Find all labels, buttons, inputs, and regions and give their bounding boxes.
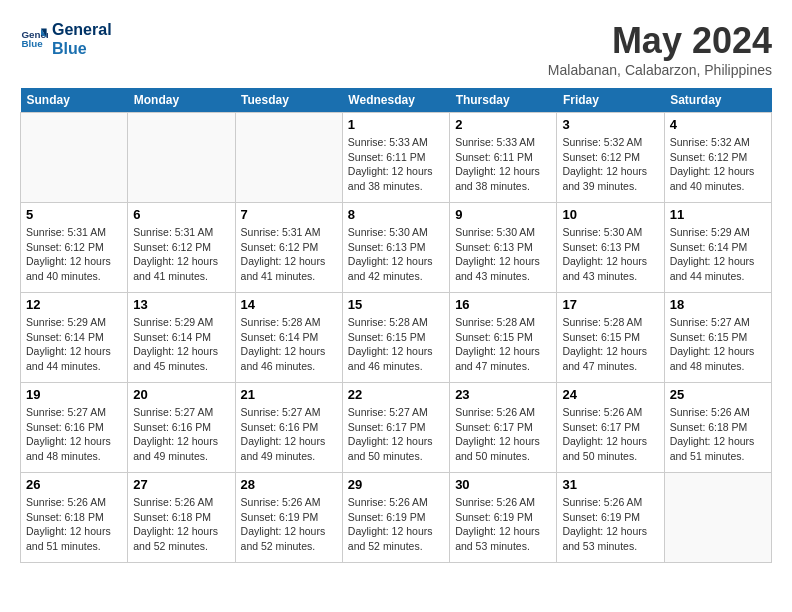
date-number: 24 xyxy=(562,387,658,402)
calendar-cell: 5Sunrise: 5:31 AM Sunset: 6:12 PM Daylig… xyxy=(21,203,128,293)
calendar-cell: 7Sunrise: 5:31 AM Sunset: 6:12 PM Daylig… xyxy=(235,203,342,293)
cell-info: Sunrise: 5:26 AM Sunset: 6:18 PM Dayligh… xyxy=(133,495,229,554)
date-number: 31 xyxy=(562,477,658,492)
date-number: 12 xyxy=(26,297,122,312)
cell-info: Sunrise: 5:26 AM Sunset: 6:17 PM Dayligh… xyxy=(562,405,658,464)
cell-info: Sunrise: 5:26 AM Sunset: 6:18 PM Dayligh… xyxy=(26,495,122,554)
date-number: 28 xyxy=(241,477,337,492)
date-number: 29 xyxy=(348,477,444,492)
date-number: 19 xyxy=(26,387,122,402)
calendar-cell: 27Sunrise: 5:26 AM Sunset: 6:18 PM Dayli… xyxy=(128,473,235,563)
date-number: 26 xyxy=(26,477,122,492)
calendar-cell: 11Sunrise: 5:29 AM Sunset: 6:14 PM Dayli… xyxy=(664,203,771,293)
calendar-cell: 13Sunrise: 5:29 AM Sunset: 6:14 PM Dayli… xyxy=(128,293,235,383)
date-number: 20 xyxy=(133,387,229,402)
cell-info: Sunrise: 5:30 AM Sunset: 6:13 PM Dayligh… xyxy=(348,225,444,284)
calendar-cell: 16Sunrise: 5:28 AM Sunset: 6:15 PM Dayli… xyxy=(450,293,557,383)
date-number: 3 xyxy=(562,117,658,132)
day-header-friday: Friday xyxy=(557,88,664,113)
calendar-cell: 20Sunrise: 5:27 AM Sunset: 6:16 PM Dayli… xyxy=(128,383,235,473)
date-number: 25 xyxy=(670,387,766,402)
cell-info: Sunrise: 5:27 AM Sunset: 6:16 PM Dayligh… xyxy=(133,405,229,464)
logo-line1: General xyxy=(52,20,112,39)
date-number: 22 xyxy=(348,387,444,402)
calendar-cell: 8Sunrise: 5:30 AM Sunset: 6:13 PM Daylig… xyxy=(342,203,449,293)
cell-info: Sunrise: 5:30 AM Sunset: 6:13 PM Dayligh… xyxy=(455,225,551,284)
cell-info: Sunrise: 5:31 AM Sunset: 6:12 PM Dayligh… xyxy=(241,225,337,284)
cell-info: Sunrise: 5:32 AM Sunset: 6:12 PM Dayligh… xyxy=(562,135,658,194)
week-row-1: 1Sunrise: 5:33 AM Sunset: 6:11 PM Daylig… xyxy=(21,113,772,203)
cell-info: Sunrise: 5:26 AM Sunset: 6:19 PM Dayligh… xyxy=(455,495,551,554)
date-number: 21 xyxy=(241,387,337,402)
date-number: 7 xyxy=(241,207,337,222)
calendar-cell: 26Sunrise: 5:26 AM Sunset: 6:18 PM Dayli… xyxy=(21,473,128,563)
month-title: May 2024 xyxy=(548,20,772,62)
calendar-cell: 28Sunrise: 5:26 AM Sunset: 6:19 PM Dayli… xyxy=(235,473,342,563)
calendar-cell: 15Sunrise: 5:28 AM Sunset: 6:15 PM Dayli… xyxy=(342,293,449,383)
week-row-5: 26Sunrise: 5:26 AM Sunset: 6:18 PM Dayli… xyxy=(21,473,772,563)
date-number: 1 xyxy=(348,117,444,132)
cell-info: Sunrise: 5:27 AM Sunset: 6:16 PM Dayligh… xyxy=(241,405,337,464)
title-block: May 2024 Malabanan, Calabarzon, Philippi… xyxy=(548,20,772,78)
cell-info: Sunrise: 5:28 AM Sunset: 6:15 PM Dayligh… xyxy=(348,315,444,374)
svg-text:Blue: Blue xyxy=(21,39,43,50)
calendar-cell: 4Sunrise: 5:32 AM Sunset: 6:12 PM Daylig… xyxy=(664,113,771,203)
cell-info: Sunrise: 5:31 AM Sunset: 6:12 PM Dayligh… xyxy=(133,225,229,284)
date-number: 17 xyxy=(562,297,658,312)
calendar-cell: 25Sunrise: 5:26 AM Sunset: 6:18 PM Dayli… xyxy=(664,383,771,473)
date-number: 16 xyxy=(455,297,551,312)
day-header-wednesday: Wednesday xyxy=(342,88,449,113)
calendar-cell: 2Sunrise: 5:33 AM Sunset: 6:11 PM Daylig… xyxy=(450,113,557,203)
calendar-cell: 9Sunrise: 5:30 AM Sunset: 6:13 PM Daylig… xyxy=(450,203,557,293)
calendar-cell: 22Sunrise: 5:27 AM Sunset: 6:17 PM Dayli… xyxy=(342,383,449,473)
cell-info: Sunrise: 5:33 AM Sunset: 6:11 PM Dayligh… xyxy=(455,135,551,194)
date-number: 27 xyxy=(133,477,229,492)
cell-info: Sunrise: 5:26 AM Sunset: 6:17 PM Dayligh… xyxy=(455,405,551,464)
date-number: 15 xyxy=(348,297,444,312)
cell-info: Sunrise: 5:27 AM Sunset: 6:17 PM Dayligh… xyxy=(348,405,444,464)
cell-info: Sunrise: 5:29 AM Sunset: 6:14 PM Dayligh… xyxy=(133,315,229,374)
logo-icon: General Blue xyxy=(20,25,48,53)
day-header-sunday: Sunday xyxy=(21,88,128,113)
cell-info: Sunrise: 5:26 AM Sunset: 6:19 PM Dayligh… xyxy=(241,495,337,554)
cell-info: Sunrise: 5:29 AM Sunset: 6:14 PM Dayligh… xyxy=(670,225,766,284)
cell-info: Sunrise: 5:26 AM Sunset: 6:19 PM Dayligh… xyxy=(348,495,444,554)
date-number: 11 xyxy=(670,207,766,222)
cell-info: Sunrise: 5:32 AM Sunset: 6:12 PM Dayligh… xyxy=(670,135,766,194)
day-header-tuesday: Tuesday xyxy=(235,88,342,113)
cell-info: Sunrise: 5:30 AM Sunset: 6:13 PM Dayligh… xyxy=(562,225,658,284)
day-header-saturday: Saturday xyxy=(664,88,771,113)
cell-info: Sunrise: 5:28 AM Sunset: 6:15 PM Dayligh… xyxy=(562,315,658,374)
date-number: 6 xyxy=(133,207,229,222)
cell-info: Sunrise: 5:27 AM Sunset: 6:15 PM Dayligh… xyxy=(670,315,766,374)
page-header: General Blue General Blue May 2024 Malab… xyxy=(20,20,772,78)
location: Malabanan, Calabarzon, Philippines xyxy=(548,62,772,78)
cell-info: Sunrise: 5:27 AM Sunset: 6:16 PM Dayligh… xyxy=(26,405,122,464)
calendar-table: SundayMondayTuesdayWednesdayThursdayFrid… xyxy=(20,88,772,563)
logo: General Blue General Blue xyxy=(20,20,112,58)
calendar-cell xyxy=(128,113,235,203)
cell-info: Sunrise: 5:33 AM Sunset: 6:11 PM Dayligh… xyxy=(348,135,444,194)
header-row: SundayMondayTuesdayWednesdayThursdayFrid… xyxy=(21,88,772,113)
calendar-cell: 17Sunrise: 5:28 AM Sunset: 6:15 PM Dayli… xyxy=(557,293,664,383)
date-number: 2 xyxy=(455,117,551,132)
calendar-cell: 18Sunrise: 5:27 AM Sunset: 6:15 PM Dayli… xyxy=(664,293,771,383)
week-row-4: 19Sunrise: 5:27 AM Sunset: 6:16 PM Dayli… xyxy=(21,383,772,473)
cell-info: Sunrise: 5:28 AM Sunset: 6:14 PM Dayligh… xyxy=(241,315,337,374)
calendar-cell: 10Sunrise: 5:30 AM Sunset: 6:13 PM Dayli… xyxy=(557,203,664,293)
calendar-cell: 3Sunrise: 5:32 AM Sunset: 6:12 PM Daylig… xyxy=(557,113,664,203)
date-number: 23 xyxy=(455,387,551,402)
calendar-cell: 29Sunrise: 5:26 AM Sunset: 6:19 PM Dayli… xyxy=(342,473,449,563)
calendar-cell: 6Sunrise: 5:31 AM Sunset: 6:12 PM Daylig… xyxy=(128,203,235,293)
date-number: 9 xyxy=(455,207,551,222)
calendar-cell: 19Sunrise: 5:27 AM Sunset: 6:16 PM Dayli… xyxy=(21,383,128,473)
calendar-cell xyxy=(664,473,771,563)
calendar-cell: 1Sunrise: 5:33 AM Sunset: 6:11 PM Daylig… xyxy=(342,113,449,203)
date-number: 5 xyxy=(26,207,122,222)
day-header-thursday: Thursday xyxy=(450,88,557,113)
calendar-cell: 30Sunrise: 5:26 AM Sunset: 6:19 PM Dayli… xyxy=(450,473,557,563)
cell-info: Sunrise: 5:26 AM Sunset: 6:18 PM Dayligh… xyxy=(670,405,766,464)
date-number: 4 xyxy=(670,117,766,132)
cell-info: Sunrise: 5:29 AM Sunset: 6:14 PM Dayligh… xyxy=(26,315,122,374)
calendar-cell xyxy=(235,113,342,203)
